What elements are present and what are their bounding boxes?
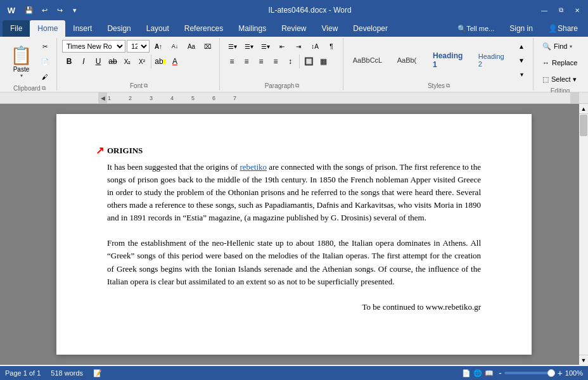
customize-qa[interactable]: ▾ xyxy=(68,4,81,16)
style-normal[interactable]: AaBbCcL xyxy=(348,46,387,74)
bold-button[interactable]: B xyxy=(62,54,76,68)
styles-more-button[interactable]: ▾ xyxy=(514,67,529,81)
italic-button[interactable]: I xyxy=(77,54,91,68)
vertical-scrollbar[interactable]: ▲ ▼ xyxy=(579,104,588,365)
replace-icon: ↔ xyxy=(542,59,549,66)
multilevel-button[interactable]: ☰▾ xyxy=(258,39,273,53)
tab-review[interactable]: Review xyxy=(274,20,314,37)
replace-button[interactable]: ↔ Replace xyxy=(539,56,581,70)
window-controls: — ⧉ ✕ xyxy=(539,4,583,16)
style-no-spacing[interactable]: AaBb( xyxy=(388,46,426,74)
para-divider xyxy=(299,54,300,68)
view-buttons: 📄 🌐 📖 xyxy=(462,369,494,377)
restore-button[interactable]: ⧉ xyxy=(555,4,566,16)
align-center-button[interactable]: ≡ xyxy=(240,54,253,68)
web-layout-button[interactable]: 🌐 xyxy=(473,369,482,377)
style-heading1[interactable]: Heading 1 xyxy=(427,46,471,74)
superscript-button[interactable]: X² xyxy=(135,54,149,68)
font-grow-button[interactable]: A↑ xyxy=(151,39,166,53)
sort-button[interactable]: ↕A xyxy=(307,39,323,53)
bullets-button[interactable]: ☰▾ xyxy=(225,39,240,53)
shading-button[interactable]: 🔲 xyxy=(302,54,316,68)
tab-design[interactable]: Design xyxy=(99,20,138,37)
font-size-select[interactable]: 12 xyxy=(127,40,150,53)
strikethrough-button[interactable]: ab xyxy=(106,54,120,68)
zoom-in-button[interactable]: + xyxy=(558,368,563,378)
find-arrow: ▾ xyxy=(570,44,572,49)
format-painter-button[interactable]: 🖌 xyxy=(37,70,53,84)
ribbon-tabs: File Home Insert Design Layout Reference… xyxy=(0,20,588,37)
tab-sign-in[interactable]: Sign in xyxy=(502,20,540,37)
tab-file[interactable]: File xyxy=(3,20,30,37)
para-row2: ≡ ≡ ≡ ≡ ↕ 🔲 ▦ xyxy=(225,54,330,68)
paste-dropdown-arrow[interactable]: ▾ xyxy=(20,73,23,79)
word-count: 518 words xyxy=(51,369,83,377)
increase-indent-button[interactable]: ⇥ xyxy=(291,39,306,53)
zoom-slider-thumb[interactable] xyxy=(547,369,555,377)
change-case-button[interactable]: Aa xyxy=(184,39,199,53)
tab-home[interactable]: Home xyxy=(30,20,65,37)
show-hide-button[interactable]: ¶ xyxy=(324,39,339,53)
document-continued: To be continued to www.rebetiko.gr xyxy=(107,301,481,314)
style-heading2-preview: Heading 2 xyxy=(478,53,507,68)
select-icon: ⬚ xyxy=(542,75,549,84)
styles-expand-icon[interactable]: ⧉ xyxy=(446,82,450,89)
tab-developer[interactable]: Developer xyxy=(345,20,395,37)
zoom-control: - + 100% xyxy=(499,368,583,378)
subscript-button[interactable]: X₂ xyxy=(120,54,134,68)
rebetiko-link[interactable]: rebetiko xyxy=(240,162,267,172)
clipboard-expand-icon[interactable]: ⧉ xyxy=(42,85,46,92)
styles-scroll-up[interactable]: ▲ xyxy=(514,39,529,53)
style-heading2[interactable]: Heading 2 xyxy=(473,46,513,74)
redo-button[interactable]: ↪ xyxy=(53,4,66,16)
minimize-button[interactable]: — xyxy=(539,4,550,16)
clear-formatting-button[interactable]: ⌧ xyxy=(200,39,215,53)
font-shrink-button[interactable]: A↓ xyxy=(167,39,182,53)
align-left-button[interactable]: ≡ xyxy=(225,54,239,68)
paragraph-expand-icon[interactable]: ⧉ xyxy=(295,82,299,89)
document-page: ↗ ORIGINS It has been suggested that the… xyxy=(56,114,532,355)
title-bar-left: W 💾 ↩ ↪ ▾ xyxy=(5,4,81,16)
zoom-out-button[interactable]: - xyxy=(499,368,502,378)
font-divider xyxy=(151,54,151,68)
scroll-thumb[interactable] xyxy=(580,115,587,136)
zoom-slider[interactable] xyxy=(504,372,555,374)
paste-button[interactable]: 📋 Paste ▾ xyxy=(6,44,36,80)
tab-view[interactable]: View xyxy=(314,20,346,37)
style-nospacing-preview: AaBb( xyxy=(397,56,417,64)
decrease-indent-button[interactable]: ⇤ xyxy=(274,39,290,53)
underline-button[interactable]: U xyxy=(91,54,105,68)
read-mode-button[interactable]: 📖 xyxy=(485,369,494,377)
font-family-select[interactable]: Times New Ro xyxy=(62,40,125,53)
scroll-up-button[interactable]: ▲ xyxy=(579,104,588,114)
find-button[interactable]: 🔍 Find ▾ xyxy=(539,39,576,53)
tab-share[interactable]: 👤 Share xyxy=(540,20,585,37)
tab-insert[interactable]: Insert xyxy=(65,20,99,37)
save-button[interactable]: 💾 xyxy=(23,4,35,16)
justify-button[interactable]: ≡ xyxy=(269,54,283,68)
tab-layout[interactable]: Layout xyxy=(139,20,177,37)
document-area[interactable]: ↗ ORIGINS It has been suggested that the… xyxy=(0,104,588,365)
close-button[interactable]: ✕ xyxy=(572,4,583,16)
cut-button[interactable]: ✂ xyxy=(37,39,53,53)
select-button[interactable]: ⬚ Select ▾ xyxy=(539,72,580,86)
tab-mailings[interactable]: Mailings xyxy=(231,20,274,37)
status-bar: Page 1 of 1 518 words 📝 📄 🌐 📖 - + 100% xyxy=(0,366,588,380)
line-spacing-button[interactable]: ↕ xyxy=(283,54,297,68)
tab-tell-me[interactable]: 🔍 Tell me... xyxy=(450,20,502,37)
borders-button[interactable]: ▦ xyxy=(316,54,330,68)
font-expand-icon[interactable]: ⧉ xyxy=(144,82,148,89)
font-format-row: B I U ab X₂ X² ab_ A xyxy=(62,54,182,68)
copy-button[interactable]: 📄 xyxy=(37,54,53,68)
print-layout-button[interactable]: 📄 xyxy=(462,369,471,377)
numbering-button[interactable]: ☰▾ xyxy=(241,39,257,53)
text-highlight-button[interactable]: ab_ xyxy=(153,54,167,68)
tab-references[interactable]: References xyxy=(177,20,231,37)
scroll-down-button[interactable]: ▼ xyxy=(579,355,588,365)
undo-button[interactable]: ↩ xyxy=(38,4,51,16)
styles-scroll: ▲ ▼ ▾ xyxy=(514,39,529,81)
font-color-button[interactable]: A xyxy=(168,54,182,68)
editing-content: 🔍 Find ▾ ↔ Replace ⬚ Select ▾ xyxy=(539,39,582,86)
align-right-button[interactable]: ≡ xyxy=(254,54,268,68)
styles-scroll-down[interactable]: ▼ xyxy=(514,53,529,67)
